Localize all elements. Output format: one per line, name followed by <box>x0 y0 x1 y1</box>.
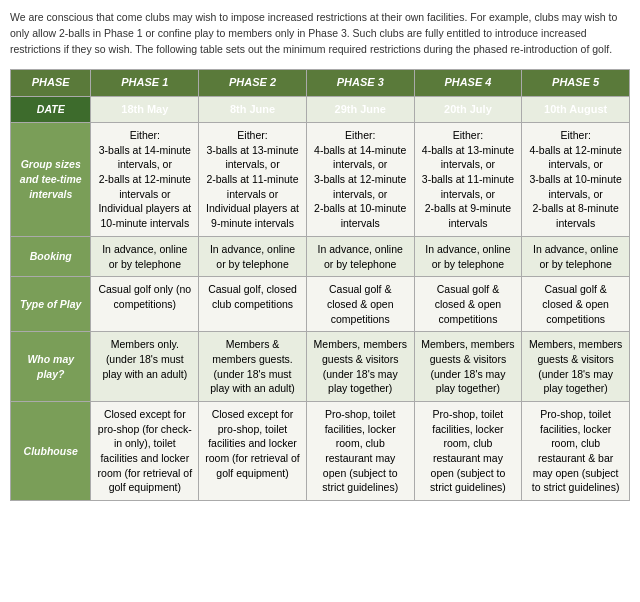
cell-0-2: Either: 4-balls at 14-minute intervals, … <box>306 123 414 237</box>
table-row: Type of PlayCasual golf only (no competi… <box>11 277 630 332</box>
date5-header: 10th August <box>522 96 630 122</box>
cell-4-0: Closed except for pro-shop (for check-in… <box>91 402 199 501</box>
date1-header: 18th May <box>91 96 199 122</box>
row-label-4: Clubhouse <box>11 402 91 501</box>
cell-4-1: Closed except for pro-shop, toilet facil… <box>199 402 307 501</box>
phase-header-row: PHASE PHASE 1 PHASE 2 PHASE 3 PHASE 4 PH… <box>11 70 630 96</box>
phase-label-header: PHASE <box>11 70 91 96</box>
cell-0-0: Either: 3-balls at 14-minute intervals, … <box>91 123 199 237</box>
cell-3-3: Members, members guests & visitors (unde… <box>414 332 522 402</box>
phase2-header: PHASE 2 <box>199 70 307 96</box>
cell-2-0: Casual golf only (no competitions) <box>91 277 199 332</box>
date2-header: 8th June <box>199 96 307 122</box>
intro-text: We are conscious that come clubs may wis… <box>10 10 630 57</box>
cell-4-4: Pro-shop, toilet facilities, locker room… <box>522 402 630 501</box>
cell-1-1: In advance, online or by telephone <box>199 236 307 276</box>
row-label-2: Type of Play <box>11 277 91 332</box>
phase3-header: PHASE 3 <box>306 70 414 96</box>
date-header-row: DATE 18th May 8th June 29th June 20th Ju… <box>11 96 630 122</box>
phase4-header: PHASE 4 <box>414 70 522 96</box>
cell-1-2: In advance, online or by telephone <box>306 236 414 276</box>
cell-1-3: In advance, online or by telephone <box>414 236 522 276</box>
cell-3-4: Members, members guests & visitors (unde… <box>522 332 630 402</box>
row-label-3: Who may play? <box>11 332 91 402</box>
cell-3-1: Members & members guests. (under 18's mu… <box>199 332 307 402</box>
cell-2-1: Casual golf, closed club competitions <box>199 277 307 332</box>
cell-1-4: In advance, online or by telephone <box>522 236 630 276</box>
cell-3-0: Members only. (under 18's must play with… <box>91 332 199 402</box>
cell-4-2: Pro-shop, toilet facilities, locker room… <box>306 402 414 501</box>
date4-header: 20th July <box>414 96 522 122</box>
date3-header: 29th June <box>306 96 414 122</box>
cell-0-3: Either: 4-balls at 13-minute intervals, … <box>414 123 522 237</box>
cell-4-3: Pro-shop, toilet facilities, locker room… <box>414 402 522 501</box>
cell-2-4: Casual golf & closed & open competitions <box>522 277 630 332</box>
date-label-header: DATE <box>11 96 91 122</box>
phase5-header: PHASE 5 <box>522 70 630 96</box>
cell-2-2: Casual golf & closed & open competitions <box>306 277 414 332</box>
row-label-0: Group sizes and tee-time intervals <box>11 123 91 237</box>
cell-0-4: Either: 4-balls at 12-minute intervals, … <box>522 123 630 237</box>
cell-3-2: Members, members guests & visitors (unde… <box>306 332 414 402</box>
phase1-header: PHASE 1 <box>91 70 199 96</box>
table-row: Who may play?Members only. (under 18's m… <box>11 332 630 402</box>
table-row: ClubhouseClosed except for pro-shop (for… <box>11 402 630 501</box>
row-label-1: Booking <box>11 236 91 276</box>
cell-2-3: Casual golf & closed & open competitions <box>414 277 522 332</box>
phases-table: PHASE PHASE 1 PHASE 2 PHASE 3 PHASE 4 PH… <box>10 69 630 501</box>
table-row: BookingIn advance, online or by telephon… <box>11 236 630 276</box>
table-row: Group sizes and tee-time intervalsEither… <box>11 123 630 237</box>
cell-1-0: In advance, online or by telephone <box>91 236 199 276</box>
cell-0-1: Either: 3-balls at 13-minute intervals, … <box>199 123 307 237</box>
